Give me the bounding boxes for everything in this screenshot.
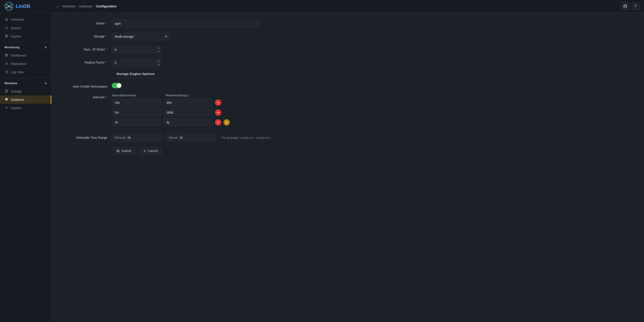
storage-select[interactable]: /lindb-storage /other-storage (112, 33, 170, 41)
breadcrumb-sep-2: / (77, 5, 78, 8)
dashboard-icon (4, 54, 8, 57)
remove-interval-1[interactable]: − (215, 109, 221, 116)
storage-row: Storage * /lindb-storage /other-storage … (62, 33, 309, 41)
interval-retention-0[interactable] (163, 99, 213, 106)
help-icon: ? (634, 4, 636, 8)
auto-create-namespace-toggle[interactable] (112, 83, 122, 88)
svg-rect-19 (7, 55, 8, 56)
replica-factor-row: Replica Factor * ▲ ▼ (62, 59, 309, 67)
name-field (112, 20, 260, 27)
num-shard-field: ▲ ▼ (112, 46, 260, 54)
submit-button[interactable]: Submit (112, 147, 136, 155)
svg-point-10 (6, 27, 8, 29)
svg-rect-14 (6, 36, 6, 37)
num-shard-input[interactable] (112, 46, 156, 54)
sidebar-section-metadata[interactable]: Metadata ∧ (0, 79, 52, 87)
remove-interval-0[interactable]: − (215, 100, 221, 106)
svg-rect-13 (7, 35, 8, 36)
svg-point-20 (6, 62, 7, 63)
svg-rect-15 (7, 36, 8, 37)
app-name: LinDB (16, 3, 30, 9)
replica-factor-input[interactable] (112, 59, 156, 67)
sidebar-item-label-explore-meta: Explore (11, 106, 21, 110)
intervals-required: * (106, 95, 107, 99)
svg-rect-16 (6, 54, 6, 55)
storage-label: Storage * (62, 33, 107, 38)
behead-placeholder: Behead (115, 136, 126, 139)
ahead-placeholder: Ahead (168, 136, 178, 139)
sidebar-item-log-view[interactable]: ☰ Log View (0, 68, 52, 76)
sidebar-item-label-overview: Overview (11, 18, 24, 21)
num-shard-spinner-btns: ▲ ▼ (156, 46, 161, 54)
name-input[interactable] (112, 20, 260, 27)
num-shard-decrement[interactable]: ▼ (157, 50, 161, 54)
sidebar-item-explore[interactable]: Explore (0, 32, 52, 41)
breadcrumb: ⌂ / Metadata / Database / Configuration (56, 4, 618, 8)
sidebar-item-search[interactable]: Search (0, 24, 52, 32)
overview-icon: ⊞ (4, 18, 8, 22)
interval-seconds-2[interactable] (112, 119, 161, 126)
svg-rect-29 (5, 98, 8, 99)
storage-required: * (106, 35, 107, 38)
name-required: * (106, 22, 107, 25)
sidebar-item-database[interactable]: Database (0, 95, 52, 104)
remove-interval-2[interactable]: − (215, 119, 221, 126)
interval-retention-2[interactable] (163, 119, 213, 126)
auto-create-namespace-row: Auto Create Namespace (62, 83, 309, 88)
wtr-example: For Example: [ now()-1h ~ now()+1h ] (222, 136, 270, 139)
writeable-time-range-section: Writeable Time Range Behead 1h Ahead 1h … (62, 134, 309, 141)
topbar: LinDB ⌂ / Metadata / Database / Configur… (0, 0, 644, 13)
replica-factor-increment[interactable]: ▲ (157, 59, 161, 63)
explore-icon (4, 34, 8, 38)
retention-days-header: Retention(Days) * (166, 94, 215, 97)
sidebar-section-monitoring[interactable]: Monitoring ∧ (0, 43, 52, 51)
form-container: Name * Storage * /lindb-storage (62, 20, 309, 155)
svg-point-22 (7, 64, 8, 65)
sidebar-item-dashboard[interactable]: Dashboard (0, 51, 52, 60)
database-icon (4, 98, 8, 102)
form-actions: Submit ✕ Cancel (62, 147, 309, 155)
cancel-icon: ✕ (144, 149, 146, 153)
interval-seconds-0[interactable] (112, 99, 161, 106)
svg-rect-18 (6, 55, 6, 56)
num-shard-required: * (106, 48, 107, 51)
metadata-label: Metadata (4, 82, 17, 85)
cancel-button[interactable]: ✕ Cancel (139, 147, 162, 155)
storage-engine-section: Storage Engine Options (67, 72, 309, 78)
breadcrumb-database[interactable]: Database (79, 5, 92, 8)
svg-line-24 (6, 63, 8, 64)
monitoring-label: Monitoring (4, 46, 20, 49)
num-shard-row: Num. Of Shard * ▲ ▼ (62, 46, 309, 54)
interval-retention-1[interactable] (163, 109, 213, 116)
interval-row-1: − (112, 109, 309, 116)
log-view-icon: ☰ (4, 70, 8, 74)
cancel-label: Cancel (148, 149, 158, 153)
intervals-section: Intervals * Interval(Seconds) Retention(… (62, 94, 309, 128)
sidebar-item-overview[interactable]: ⊞ Overview (0, 15, 52, 24)
replica-factor-field: ▲ ▼ (112, 59, 260, 67)
name-row: Name * (62, 20, 309, 27)
intervals-content: Interval(Seconds) Retention(Days) * − (112, 94, 309, 128)
add-interval[interactable]: + (224, 119, 230, 126)
replica-factor-label: Replica Factor * (62, 59, 107, 64)
storage-engine-options-title: Storage Engine Options (116, 72, 154, 76)
interval-row-0: − (112, 99, 309, 106)
replica-factor-decrement[interactable]: ▼ (157, 63, 161, 67)
svg-point-21 (6, 64, 6, 65)
github-button[interactable] (621, 2, 629, 10)
sidebar-item-storage[interactable]: Storage (0, 87, 52, 95)
retention-required: * (189, 94, 190, 97)
breadcrumb-sep-3: / (94, 5, 95, 8)
sidebar-divider-1 (0, 42, 52, 42)
sidebar: ⊞ Overview Search Explore Monitoring ∧ D… (0, 13, 52, 322)
replica-factor-spinner-btns: ▲ ▼ (156, 59, 161, 67)
num-shard-increment[interactable]: ▲ (157, 46, 161, 50)
intervals-header: Interval(Seconds) Retention(Days) * (112, 94, 309, 97)
num-shard-label: Num. Of Shard * (62, 46, 107, 51)
help-button[interactable]: ? (632, 2, 640, 10)
sidebar-item-explore-meta[interactable]: Explore (0, 104, 52, 112)
sidebar-item-replication[interactable]: Replication (0, 60, 52, 68)
breadcrumb-metadata[interactable]: Metadata (62, 5, 76, 8)
submit-label: Submit (122, 149, 131, 153)
interval-seconds-1[interactable] (112, 109, 161, 116)
